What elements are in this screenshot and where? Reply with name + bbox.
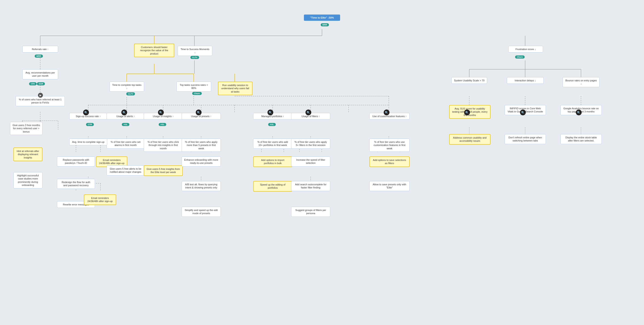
pct-alarms-node: % of free tier users who set alarms in f…	[106, 138, 144, 149]
signup-success-label: Sign-up success rate ↑	[76, 115, 100, 118]
ab-test-label: A/B test alt. flows by querying intent &…	[185, 183, 217, 189]
suggest-groups-label: Suggest groups of filters per persona	[296, 209, 326, 214]
hint-referrals-label: Hint at referrals after displaying relev…	[17, 150, 39, 159]
pct-filters-label: % of free tier users who apply 5+ filter…	[294, 140, 327, 146]
pct-alarms-label: % of free tier users who set alarms in f…	[110, 140, 140, 146]
give-5-insights-node: Give users 5 free insights from the Elit…	[144, 166, 183, 176]
allow-save-presets-node: Allow to save presets only with "Elite"	[369, 181, 410, 191]
email-reminders-label: Email reminders 24/36/48h after sign-up	[99, 159, 124, 164]
usage-presets-label: Usage of presets ↑	[191, 115, 212, 118]
time-top-cltv-tag: CLTV	[126, 92, 135, 96]
pct-custom-label: % of free tier users who use customizati…	[374, 140, 405, 150]
email-reminders-2-label: Email reminders 24/36/48h after sign-up	[87, 197, 112, 202]
time-top-tasks-node: Time to complete top tasks ↓	[110, 82, 144, 92]
redesign-flow-node: Redesign the flow for auth and password …	[57, 179, 95, 189]
give-5-insights-label: Give users 5 free insights from the Elit…	[146, 168, 180, 174]
time-top-tasks-label: Time to complete top tasks ↓	[112, 84, 142, 90]
address-usability-label: Address common usability and accessibili…	[453, 136, 487, 142]
highlight-case-node: Highlight successful case studies more p…	[14, 172, 42, 188]
display-stock-node: Display the entire stock table after fil…	[560, 134, 602, 144]
sgr-tag: SGR	[37, 82, 45, 86]
root-label: "Time to Elite" ↓50%	[310, 16, 334, 19]
managed-portfolios-label: Managed portfolios ↑	[261, 115, 284, 118]
run-usability-label: Run usability session to understand why …	[221, 84, 249, 93]
dont-refresh-node: Don't refresh entire page when switching…	[504, 134, 546, 144]
suggest-groups-node: Suggest groups of filters per persona	[291, 207, 330, 217]
frustration-label: Frustration score ↓	[516, 48, 536, 50]
increase-speed-filter-label: Increase the speed of filter selection	[296, 158, 325, 164]
use-custom-label: Use of customization features ↑	[372, 115, 406, 118]
add-save-selections-node: Add options to save selections as filter…	[369, 156, 410, 167]
avg-recs-node: Avg. recommendations per user per month	[22, 69, 58, 79]
referrals-rate-label: Referrals rate ↑	[32, 48, 48, 50]
portfolios-asl-tag: ASL	[268, 123, 276, 126]
run-usability-node: Run usability session to understand why …	[218, 82, 252, 95]
bounce-rates-label: Bounce rates on entry pages ↓	[565, 79, 597, 85]
scope-insights: 🔍	[158, 110, 164, 115]
avg-time-signup-node: Avg. time to complete sign-up	[69, 138, 107, 145]
scope-portfolios: 🔍	[268, 110, 273, 115]
signup-ctr-tag: CTR	[86, 123, 94, 126]
scope-filters: 🔍	[306, 110, 311, 115]
replace-passwords-label: Replace passwords with passkeys / Touch-…	[63, 158, 90, 164]
referrals-tag: MRR	[35, 54, 43, 58]
speed-editing-node: Speed up the editing of portfolios	[253, 181, 292, 192]
speed-editing-label: Speed up the editing of portfolios	[260, 183, 285, 189]
pct-insights-label: % of free tier users who click through i…	[148, 140, 179, 150]
highlight-case-label: Highlight successful case studies more p…	[17, 174, 39, 186]
frustration-tag: Churn	[515, 56, 525, 58]
scope-alerts: 🔍	[121, 110, 127, 115]
scope-inp: 🔍	[520, 110, 526, 115]
give-5-alerts-node: Give users 5 free alerts to be notified …	[106, 166, 144, 176]
use-custom-node: Use of customization features ↑	[369, 113, 410, 120]
system-usability-node: System Usability Scale > 70	[452, 77, 487, 84]
customers-label: Customers should faster recognize the va…	[140, 46, 168, 55]
root-node: "Time to Elite" ↓50%	[304, 14, 340, 21]
allow-save-presets-label: Allow to save presets only with "Elite"	[373, 183, 406, 189]
simplify-speed-node: Simplify and speed up the edit mode of p…	[182, 207, 221, 217]
hint-referrals-node: Hint at referrals after displaying relev…	[14, 148, 42, 161]
replace-passwords-node: Replace passwords with passkeys / Touch-…	[57, 156, 95, 166]
pct-presets-node: % of free tier users who apply more than…	[182, 138, 221, 152]
scope-bounce: 🔍	[576, 110, 582, 115]
pct-filters-node: % of free tier users who apply 5+ filter…	[291, 138, 330, 149]
scope-sus: 🔍	[464, 110, 470, 115]
usage-filters-label: Usage of filters ↑	[302, 115, 320, 118]
simplify-speed-label: Simplify and speed up the edit mode of p…	[185, 209, 218, 214]
give-5-alerts-label: Give users 5 free alerts to be notified …	[110, 168, 141, 173]
alerts-asl-tag: ASL	[122, 123, 130, 126]
enhance-onboarding-label: Enhance onboarding with more ready-to-us…	[184, 158, 218, 164]
add-search-auto-node: Add search autocomplete for faster filte…	[291, 181, 330, 191]
pct-custom-node: % of free tier users who use customizati…	[369, 138, 410, 152]
usage-presets-node: Usage of presets ↑	[182, 113, 221, 120]
pct-portfolios-node: % of free tier users who add 10+ portfol…	[253, 138, 292, 149]
referrals-rate-node: Referrals rate ↑	[22, 46, 58, 52]
system-usability-label: System Usability Scale > 70	[454, 79, 485, 82]
pct-portfolios-label: % of free tier users who add 10+ portfol…	[258, 140, 288, 146]
add-save-selections-label: Add options to save selections as filter…	[373, 159, 406, 164]
top-tasks-churn-tag: Churn	[192, 92, 202, 95]
pct-presets-label: % of free tier users who apply more than…	[185, 140, 218, 150]
scope-signup: 🔍	[83, 110, 89, 115]
pct-referred-label: % of users who have referred at least 1 …	[19, 98, 62, 104]
interaction-delays-label: Interaction delays ↓	[514, 79, 536, 82]
increase-speed-filter-node: Increase the speed of filter selection	[291, 156, 330, 166]
ab-test-node: A/B test alt. flows by querying intent &…	[182, 181, 221, 191]
address-usability-node: Address common usability and accessibili…	[449, 134, 490, 144]
dont-refresh-label: Don't refresh entire page when switching…	[508, 136, 542, 142]
avg-time-signup-label: Avg. time to complete sign-up	[72, 140, 104, 143]
time-success-tag: CLTV	[190, 56, 199, 59]
time-success-label: Time to Success Moments ↓	[180, 48, 210, 54]
frustration-node: Frustration score ↓	[508, 46, 543, 52]
usage-insights-label: Usage of insights ↑	[153, 115, 174, 118]
add-search-auto-label: Add search autocomplete for faster filte…	[295, 183, 326, 189]
display-stock-label: Display the entire stock table after fil…	[565, 136, 597, 142]
pct-insights-node: % of free tier users who click through i…	[144, 138, 183, 152]
email-reminders-2-node: Email reminders 24/36/48h after sign-up	[84, 194, 116, 205]
top-tasks-success-label: Top tasks success rates > 80%	[180, 84, 208, 90]
customers-node: Customers should faster recognize the va…	[134, 44, 174, 57]
time-success-node: Time to Success Moments ↓	[178, 46, 212, 56]
give-3-months-node: Give users 3 free months for every refer…	[10, 122, 42, 135]
add-import-portfolios-node: Add options to import portfolios in bulk	[253, 156, 292, 167]
interaction-delays-node: Interaction delays ↓	[507, 77, 544, 84]
